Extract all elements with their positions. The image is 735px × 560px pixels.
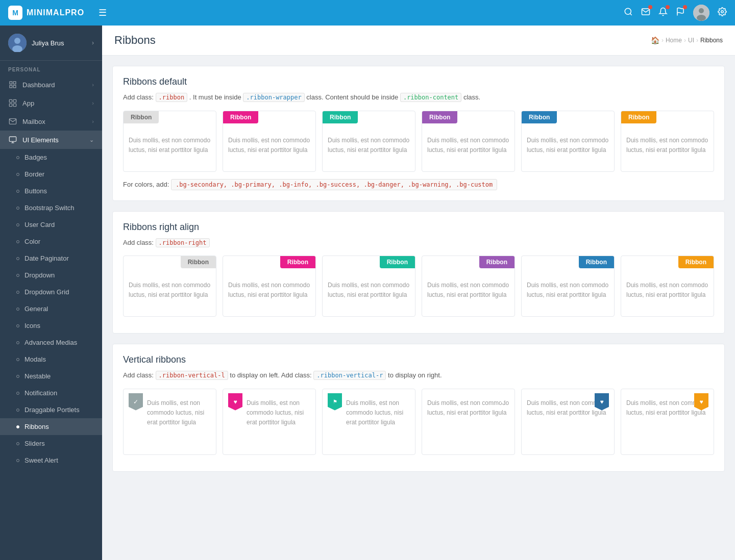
notification-icon[interactable]	[658, 7, 668, 19]
class-ribbon-right: .ribbon-right	[156, 238, 210, 247]
sidebar-item-dropdown-grid[interactable]: Dropdown Grid	[0, 284, 102, 300]
dashboard-icon	[8, 80, 17, 89]
ribbon-right-tag-purple: Ribbon	[479, 256, 514, 268]
sidebar-item-dropdown[interactable]: Dropdown	[0, 267, 102, 284]
dot-filled-icon	[16, 425, 19, 428]
chevron-right-icon: ›	[92, 39, 94, 46]
svg-rect-13	[13, 85, 16, 88]
dot-icon	[16, 409, 19, 412]
flag-icon[interactable]	[676, 7, 685, 19]
svg-point-6	[721, 10, 724, 13]
topnav-left: M MINIMALPRO ☰	[8, 6, 107, 20]
svg-line-1	[630, 13, 631, 15]
sidebar-item-sweet-alert[interactable]: Sweet Alert	[0, 452, 102, 469]
ribbon-card-yellow: Ribbon Duis mollis, est non commodo luct…	[621, 111, 714, 172]
ribbon-vertical-card-5: ♥ Duis mollis, est non commodo luctus, n…	[521, 389, 615, 455]
top-navigation: M MINIMALPRO ☰	[0, 0, 735, 26]
dot-icon	[16, 358, 19, 361]
user-header[interactable]: Juliya Brus ›	[0, 26, 102, 61]
sidebar-item-modals[interactable]: Modals	[0, 351, 102, 368]
ribbon-card-purple: Ribbon Duis mollis, est non commodo luct…	[422, 111, 515, 172]
user-avatar[interactable]	[693, 5, 709, 21]
dot-icon	[16, 392, 19, 395]
ribbon-card-text-3: Duis mollis, est non commodo luctus, nis…	[323, 132, 415, 159]
ribbons-default-desc: Add class: .ribbon . It must be inside .…	[123, 92, 714, 103]
app-label: App	[22, 99, 34, 107]
dot-icon	[16, 324, 19, 327]
mail-badge	[648, 5, 652, 9]
class-ribbon-vertical-l: .ribbon-vertical-l	[156, 371, 228, 380]
search-icon[interactable]	[624, 7, 633, 19]
svg-point-0	[625, 8, 631, 14]
logo-text: MINIMALPRO	[27, 8, 84, 17]
sidebar-item-bootstrap-switch[interactable]: Bootstrap Switch	[0, 199, 102, 216]
sidebar-item-badges[interactable]: Badges	[0, 149, 102, 166]
ribbons-right-title: Ribbons right align	[123, 222, 714, 233]
ribbon-card-teal: Ribbon Duis mollis, est non commodo luct…	[322, 111, 415, 172]
svg-rect-18	[9, 137, 16, 141]
ribbon-right-text-6: Duis mollis, est non commodo luctus, nis…	[621, 276, 714, 304]
sidebar-item-general[interactable]: General	[0, 300, 102, 317]
mail-icon[interactable]	[641, 7, 650, 19]
sidebar-item-nestable[interactable]: Nestable	[0, 368, 102, 385]
sidebar-item-notification[interactable]: Notification	[0, 385, 102, 401]
ribbons-vertical-desc: Add class: .ribbon-vertical-l to display…	[123, 370, 714, 380]
ribbon-right-card-purple: Ribbon Duis mollis, est non commodo luct…	[422, 256, 515, 317]
sidebar-item-icons[interactable]: Icons	[0, 317, 102, 334]
svg-rect-16	[9, 104, 12, 106]
sidebar-item-advanced-medias[interactable]: Advanced Medias	[0, 334, 102, 351]
svg-rect-12	[10, 85, 12, 88]
ribbon-right-text-3: Duis mollis, est non commodo luctus, nis…	[323, 276, 415, 304]
sidebar-item-dashboard[interactable]: Dashboard ›	[0, 75, 102, 94]
ribbon-right-tag-teal: Ribbon	[380, 256, 415, 268]
ribbon-right-card-teal: Ribbon Duis mollis, est non commodo luct…	[322, 256, 415, 317]
breadcrumb-sep-3: ›	[696, 37, 698, 44]
svg-point-8	[14, 38, 20, 44]
settings-icon[interactable]	[718, 7, 727, 19]
sidebar-item-date-paginator[interactable]: Date Paginator	[0, 250, 102, 267]
ribbon-right-card-yellow: Ribbon Duis mollis, est non commodo luct…	[621, 256, 714, 317]
dashboard-arrow: ›	[92, 82, 94, 88]
ribbon-right-grid: Ribbon Duis mollis, est non commodo luct…	[123, 256, 714, 317]
page-title: Ribbons	[114, 34, 156, 47]
sidebar-item-sliders[interactable]: Sliders	[0, 435, 102, 452]
dot-icon	[16, 274, 19, 277]
notif-badge	[666, 5, 670, 9]
ribbon-card-text-1: Duis mollis, est non commodo luctus, nis…	[124, 132, 216, 159]
ribbon-card-text-2: Duis mollis, est non commodo luctus, nis…	[223, 132, 315, 159]
ribbon-vertical-right-3: ♥	[694, 393, 708, 411]
svg-rect-17	[13, 104, 16, 106]
hamburger-icon[interactable]: ☰	[99, 7, 107, 18]
sidebar-item-color[interactable]: Color	[0, 233, 102, 250]
layout: Juliya Brus › PERSONAL Dashboard › App ›	[0, 26, 735, 560]
app-arrow: ›	[92, 100, 94, 106]
logo: M MINIMALPRO	[8, 6, 84, 20]
mailbox-icon	[8, 117, 17, 126]
sidebar-item-mailbox[interactable]: Mailbox ›	[0, 112, 102, 131]
ribbon-card-text-6: Duis mollis, est non commodo luctus, nis…	[621, 132, 714, 159]
sidebar-item-ui-elements[interactable]: UI Elements ⌄	[0, 131, 102, 149]
ribbon-right-card-pink: Ribbon Duis mollis, est non commodo luct…	[223, 256, 316, 317]
dot-icon	[16, 156, 19, 159]
dot-icon	[16, 240, 19, 243]
class-ribbon-wrapper: .ribbon-wrapper	[243, 93, 304, 102]
bootstrap-switch-label: Bootstrap Switch	[24, 204, 75, 212]
breadcrumb-ui: UI	[688, 37, 694, 44]
content-area: Ribbons default Add class: .ribbon . It …	[102, 56, 735, 560]
svg-rect-15	[13, 99, 16, 102]
sidebar-item-buttons[interactable]: Buttons	[0, 183, 102, 199]
breadcrumb-home: Home	[666, 37, 682, 44]
dot-icon	[16, 375, 19, 378]
sidebar-item-app[interactable]: App ›	[0, 94, 102, 112]
sidebar-user-name: Juliya Brus	[32, 39, 87, 47]
dashboard-label: Dashboard	[22, 81, 55, 89]
ribbon-tag-pink: Ribbon	[223, 111, 258, 123]
breadcrumb: 🏠 › Home › UI › Ribbons	[651, 36, 723, 44]
ribbon-vertical-3: ⚑	[328, 393, 342, 411]
ribbon-default-grid: Ribbon Duis mollis, est non commodo luct…	[123, 111, 714, 172]
section-note-colors: For colors, add: .bg-secondary, .bg-prim…	[123, 179, 714, 190]
sidebar-item-draggable-portlets[interactable]: Draggable Portlets	[0, 401, 102, 418]
sidebar-item-user-card[interactable]: User Card	[0, 216, 102, 233]
sidebar-item-border[interactable]: Border	[0, 166, 102, 183]
sidebar-item-ribbons[interactable]: Ribbons	[0, 418, 102, 435]
